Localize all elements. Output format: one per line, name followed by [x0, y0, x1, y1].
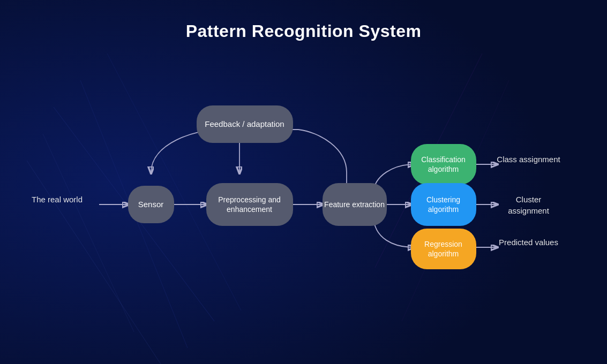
slide: Pattern Recognition System	[0, 0, 607, 364]
clustering-node: Clustering algorithm	[411, 183, 476, 226]
class-assignment-label: Class assignment	[497, 154, 561, 165]
diagram: Feedback / adaptation The real world Sen…	[9, 47, 598, 346]
regression-node: Regression algorithm	[411, 229, 476, 269]
predicted-values-label: Predicted values	[497, 237, 561, 248]
page-title: Pattern Recognition System	[186, 21, 422, 41]
classification-node: Classification algorithm	[411, 144, 476, 185]
sensor-node: Sensor	[128, 186, 174, 223]
feature-extraction-node: Feature extraction	[323, 183, 387, 226]
cluster-assignment-label: Cluster assignment	[497, 194, 561, 216]
real-world-label: The real world	[20, 194, 95, 205]
feedback-node: Feedback / adaptation	[197, 105, 293, 143]
preprocessing-node: Preprocessing and enhancement	[206, 183, 293, 226]
